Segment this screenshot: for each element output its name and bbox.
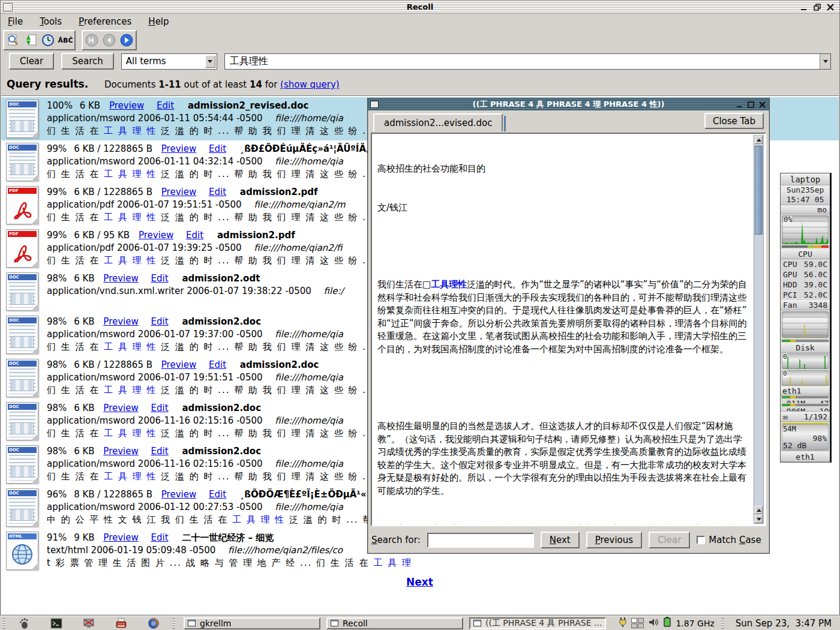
edit-link[interactable]: Edit [151, 446, 169, 457]
search-mode-select[interactable]: All terms [121, 53, 217, 70]
taskbar-window-button[interactable]: Recoll [326, 617, 463, 629]
edit-link[interactable]: Edit [151, 532, 169, 543]
go-first-icon[interactable] [84, 32, 100, 48]
result-url: file:///home/qia [275, 329, 343, 340]
clear-button[interactable]: Clear [9, 53, 54, 70]
preview-link[interactable]: Preview [161, 187, 196, 197]
advanced-search-icon[interactable] [5, 32, 21, 48]
result-mimetype-date: application/vnd.sun.xml.writer 2006-01-0… [47, 286, 311, 296]
typewriter-launcher-icon[interactable] [113, 617, 129, 630]
gkrellm-hostname[interactable]: laptop [781, 173, 830, 185]
gkrellm-panel: laptop Sun23Sep 15:47 05 mo 0% CPU CPU 5… [780, 173, 832, 463]
edit-link[interactable]: Edit [151, 273, 169, 284]
go-forward-icon[interactable] [119, 32, 134, 48]
history-clock-icon[interactable] [40, 32, 56, 48]
scroll-down-icon[interactable] [755, 515, 763, 523]
window-menu-icon[interactable] [3, 3, 13, 11]
find-input[interactable] [427, 533, 534, 548]
cpu-freq-icon[interactable] [663, 617, 671, 630]
edit-link[interactable]: Edit [151, 316, 169, 327]
preview-link[interactable]: Preview [161, 143, 196, 154]
preview-link[interactable]: Preview [139, 230, 173, 241]
scroll-up-icon[interactable] [755, 506, 763, 514]
file-type-icon[interactable]: PDF [6, 186, 38, 224]
preview-link[interactable]: Preview [109, 100, 144, 111]
preview-minimize-icon[interactable] [736, 101, 743, 109]
restore-icon[interactable] [813, 3, 821, 11]
edit-link[interactable]: Edit [151, 403, 169, 413]
next-page-link[interactable]: Next [406, 576, 433, 588]
file-type-icon[interactable]: HTML [6, 532, 38, 570]
result-size: 6 KB / 1228865 B [74, 143, 152, 154]
preview-window-menu-icon[interactable] [370, 101, 379, 108]
preview-scrollbar[interactable] [754, 135, 764, 524]
preview-link[interactable]: Preview [103, 273, 138, 284]
preview-link[interactable]: Preview [103, 316, 138, 327]
workspace-switcher[interactable] [631, 618, 644, 628]
edit-link[interactable]: Edit [209, 187, 226, 197]
show-query-link[interactable]: (show query) [280, 79, 340, 90]
preview-link[interactable]: Preview [161, 359, 196, 370]
find-next-button[interactable]: Next [541, 532, 580, 548]
match-case-option[interactable]: Match Case [697, 535, 761, 545]
taskbar-window-button[interactable]: gkrellm [184, 617, 320, 629]
preview-close-icon[interactable] [758, 101, 766, 109]
taskbar-window-button[interactable]: ((工 PHRASE 4 具 PHRASE ... [469, 617, 606, 629]
preview-link[interactable]: Preview [103, 532, 138, 543]
file-type-icon[interactable]: DOC [6, 359, 38, 397]
menu-item[interactable]: Help [148, 16, 169, 27]
query-history-icon[interactable] [820, 54, 830, 69]
menu-item[interactable]: Tools [40, 16, 62, 27]
mail-row[interactable]: ✉ 1/192 [781, 412, 830, 422]
firefox-launcher-icon[interactable] [146, 617, 161, 630]
edit-link[interactable]: Edit [209, 359, 226, 370]
edit-link[interactable]: Edit [209, 489, 226, 500]
scroll-up-icon[interactable] [755, 136, 763, 144]
chevron-down-icon[interactable] [205, 55, 215, 68]
scrollbar-thumb[interactable] [755, 146, 763, 235]
file-type-icon[interactable]: PDF [6, 229, 38, 268]
file-type-icon[interactable]: DOC [6, 316, 38, 354]
preview-titlebar[interactable]: ((工 PHRASE 4 具 PHRASE 4 理 PHRASE 4 性)) [368, 98, 769, 110]
go-back-icon[interactable] [101, 32, 117, 48]
menu-item[interactable]: Preferences [79, 16, 131, 27]
file-type-icon[interactable]: DOC [6, 272, 38, 311]
file-type-icon[interactable]: DOC [6, 445, 38, 484]
volume-icon[interactable] [648, 617, 659, 629]
file-type-icon[interactable]: DOC [6, 100, 38, 138]
find-clear-button[interactable]: Clear [649, 532, 690, 548]
result-url: file:///home/qian2/files/co [228, 545, 343, 556]
preview-link[interactable]: Preview [161, 489, 196, 500]
file-type-icon[interactable]: DOC [6, 402, 38, 440]
file-type-icon[interactable]: DOC [6, 143, 38, 181]
power-plug-icon[interactable] [619, 617, 627, 630]
preview-tab[interactable]: admission2...evised.doc [373, 113, 503, 131]
panel-handle[interactable] [172, 618, 175, 629]
search-query-input[interactable] [225, 54, 820, 69]
panel-handle[interactable] [2, 618, 5, 629]
edit-link[interactable]: Edit [157, 100, 174, 111]
taskbar-clock[interactable]: Sun Sep 23, 3:47 PM [731, 618, 838, 629]
search-button[interactable]: Search [61, 53, 114, 70]
terminal-launcher-icon[interactable] [49, 617, 64, 630]
main-titlebar[interactable]: Recoll [1, 1, 839, 14]
panel-handle[interactable] [721, 618, 724, 629]
display-off-icon[interactable] [81, 617, 97, 630]
result-mimetype-date: application/msword 2006-01-07 19:37:00 -… [47, 329, 263, 340]
preview-link[interactable]: Preview [103, 403, 138, 413]
find-previous-button[interactable]: Previous [586, 532, 642, 548]
result-url: file:///home/qia [275, 113, 343, 124]
preview-link[interactable]: Preview [103, 446, 138, 457]
file-type-icon[interactable]: DOC [6, 488, 38, 527]
term-explorer-icon[interactable]: ÅBĈ [58, 32, 73, 48]
menu-item[interactable]: File [8, 16, 23, 27]
edit-link[interactable]: Edit [209, 143, 226, 154]
gnome-menu-icon[interactable] [16, 617, 32, 630]
minimize-icon[interactable] [800, 3, 808, 11]
edit-link[interactable]: Edit [186, 230, 203, 241]
preview-maximize-icon[interactable] [747, 101, 755, 109]
close-icon[interactable] [826, 3, 835, 11]
match-case-checkbox[interactable] [697, 536, 705, 544]
close-tab-button[interactable]: Close Tab [704, 113, 764, 129]
sort-params-icon[interactable] [23, 32, 38, 48]
